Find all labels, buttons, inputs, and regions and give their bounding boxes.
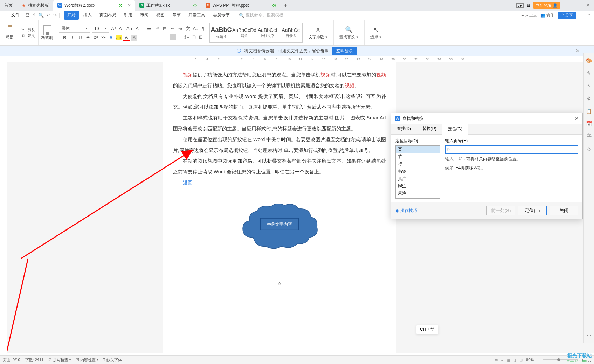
prev-button[interactable]: 前一处(S) — [486, 206, 515, 215]
tab-goto[interactable]: 定位(G) — [442, 124, 468, 135]
close-tab-icon[interactable]: ✕ — [127, 3, 131, 8]
italic-icon[interactable]: I — [69, 35, 76, 41]
styles-gallery[interactable]: AaBbC标题 4 AaBbCcDd题注 AaBbCcI批注文字 AaBbCc目… — [209, 23, 303, 43]
horizontal-ruler[interactable]: 642246810121416182022242628303234363840 — [0, 56, 594, 62]
dialog-close-icon[interactable]: ✕ — [575, 116, 579, 121]
command-search[interactable]: 🔍 查找命令、搜索模板 — [239, 12, 283, 18]
paste-icon[interactable] — [6, 26, 14, 34]
pen-icon[interactable]: ✎ — [586, 70, 592, 76]
char-shading-icon[interactable]: A — [131, 35, 137, 41]
print-icon[interactable]: ⎙ — [33, 13, 35, 18]
ime-indicator[interactable]: CH ♪ 简 — [416, 325, 438, 334]
settings-slider-icon[interactable]: ⚙ — [586, 95, 592, 102]
view-print-icon[interactable]: ⊞ — [519, 358, 523, 362]
coop-button[interactable]: 👥协作 — [540, 13, 554, 18]
text-effect-icon[interactable]: A — [108, 35, 114, 41]
tab-replace[interactable]: 替换(P) — [417, 124, 442, 134]
underline-icon[interactable]: U — [77, 35, 83, 41]
style-comment[interactable]: AaBbCcI批注文字 — [256, 23, 279, 42]
align-center-icon[interactable] — [156, 34, 162, 40]
numbering-icon[interactable]: ⩸ — [154, 26, 160, 32]
menu-review[interactable]: 审阅 — [137, 11, 152, 20]
list-item[interactable]: 脚注 — [396, 183, 440, 190]
increase-font-icon[interactable]: A⁺ — [111, 26, 117, 32]
paragraph-5[interactable]: 在新的阅读视图中阅读更加容易。可以折叠文档某些部分并关注所需文本。如果在达到结尾… — [173, 156, 386, 177]
undo-icon[interactable]: ↶ — [47, 13, 50, 18]
align-distribute-icon[interactable] — [177, 34, 183, 40]
view-read-icon[interactable]: ▯ — [514, 358, 516, 362]
share-button[interactable]: ⇪ 分享 — [558, 12, 576, 19]
strike-icon[interactable]: A — [85, 35, 91, 41]
save-icon[interactable]: 🖫 — [25, 13, 30, 18]
font-family-select[interactable]: 黑体▼ — [59, 25, 90, 33]
minimize-icon[interactable]: — — [563, 2, 571, 8]
list-item[interactable]: 页 — [396, 146, 440, 153]
goto-target-listbox[interactable]: 页 节 行 书签 批注 脚注 尾注 域 — [395, 145, 440, 199]
zoom-level[interactable]: 80% — [526, 358, 534, 362]
close-button[interactable]: 关闭 — [550, 206, 578, 215]
clear-format-icon[interactable]: A̸ — [134, 26, 140, 32]
menu-view[interactable]: 视图 — [153, 11, 168, 20]
style-heading4[interactable]: AaBbC标题 4 — [210, 23, 233, 42]
brush-icon[interactable] — [43, 25, 51, 35]
list-item[interactable]: 域 — [396, 197, 440, 199]
change-case-icon[interactable]: Aa — [126, 26, 132, 32]
return-link[interactable]: 返回 — [183, 177, 193, 188]
pilcrow-icon[interactable]: ¶ — [200, 26, 206, 32]
content-check-toggle[interactable]: ☑内容检查▾ — [76, 357, 98, 363]
zoom-out-icon[interactable]: − — [537, 358, 539, 362]
align-justify-icon[interactable] — [170, 34, 176, 40]
cloud-label[interactable]: 举例文字内容 — [260, 218, 299, 230]
menu-pagelayout[interactable]: 页面布局 — [96, 11, 120, 20]
tab-find[interactable]: 查找(D) — [391, 124, 417, 134]
line-spacing-icon[interactable]: ‡≡ — [184, 34, 190, 40]
find-replace-button[interactable]: 🔍查找替换 ▼ — [337, 26, 361, 40]
borders-icon[interactable]: ⊞ — [198, 34, 204, 40]
list-item[interactable]: 尾注 — [396, 190, 440, 197]
list-item[interactable]: 书签 — [396, 168, 440, 175]
list-item[interactable]: 批注 — [396, 175, 440, 183]
decrease-indent-icon[interactable]: ⇤ — [169, 26, 175, 32]
menu-devtools[interactable]: 开发工具 — [185, 11, 209, 20]
paragraph-4[interactable]: 使用在需要位置出现的新按钮在 Word 中保存时间。若要更改图片适应文档的方式,… — [173, 134, 386, 156]
more-icon[interactable]: ⋯ — [586, 332, 592, 338]
translate-icon[interactable]: 字 — [586, 133, 592, 139]
subscript-icon[interactable]: X₂ — [100, 35, 106, 41]
list-item[interactable]: 节 — [396, 153, 440, 160]
cut-button[interactable]: ✂剪切 — [20, 27, 35, 33]
select-arrow-icon[interactable]: ↖ — [586, 83, 592, 89]
sort-icon[interactable]: A↓ — [192, 26, 199, 32]
copy-button[interactable]: ⧉复制 — [20, 33, 35, 39]
text-dir-icon[interactable]: 文 — [185, 26, 191, 32]
superscript-icon[interactable]: X² — [92, 35, 99, 41]
page-number-input[interactable] — [445, 145, 578, 154]
font-color-icon[interactable]: A — [123, 35, 130, 41]
tab-pptx[interactable]: P WPS PPT教程.pptx ⊙ — [201, 0, 281, 11]
notif-login-button[interactable]: 立即登录 — [332, 47, 357, 55]
highlight-icon[interactable]: ab — [116, 35, 122, 41]
align-left-icon[interactable] — [148, 34, 155, 40]
dialog-titlebar[interactable]: W 查找和替换 ✕ — [391, 113, 582, 124]
align-right-icon[interactable] — [163, 34, 169, 40]
window-close-icon[interactable]: ✕ — [584, 2, 592, 8]
page-indicator[interactable]: 页面: 9/10 — [3, 357, 20, 363]
menu-reference[interactable]: 引用 — [120, 11, 136, 20]
preview-icon[interactable]: 🔍 — [38, 13, 44, 18]
tab-home[interactable]: 首页 — [0, 0, 17, 11]
palette-icon[interactable]: 🎨 — [586, 57, 592, 64]
style-toc3[interactable]: AaBbCc目录 3 — [279, 23, 302, 42]
maximize-icon[interactable]: □ — [574, 2, 581, 8]
file-menu[interactable]: 文件 — [11, 12, 20, 18]
menu-start[interactable]: 开始 — [64, 11, 79, 20]
view-web-icon[interactable]: ▦ — [507, 358, 510, 362]
tips-link[interactable]: ◉操作技巧 — [395, 208, 417, 214]
hamburger-icon[interactable] — [2, 13, 9, 18]
paragraph-2[interactable]: 为使您的文档具有专业外观,Word 提供了页眉、页脚、封面和文本框设计,这些设计… — [173, 91, 386, 113]
document-page[interactable]: 视频提供了功能强大的方法帮助您证明您的观点。当您单击联机视频时,可以在想要添加的… — [163, 62, 396, 353]
style-caption[interactable]: AaBbCcDd题注 — [233, 23, 256, 42]
tab-daokeba[interactable]: ◈ 找稻壳模板 — [17, 0, 53, 11]
menu-section[interactable]: 章节 — [169, 11, 184, 20]
view-page-icon[interactable]: ▭ — [494, 358, 498, 362]
paragraph-3[interactable]: 主题和样式也有助于文档保持协调。当您单击设计并选择新的主题时,图片、图表或 Sm… — [173, 112, 386, 134]
goto-button[interactable]: 定位(T) — [518, 206, 547, 215]
